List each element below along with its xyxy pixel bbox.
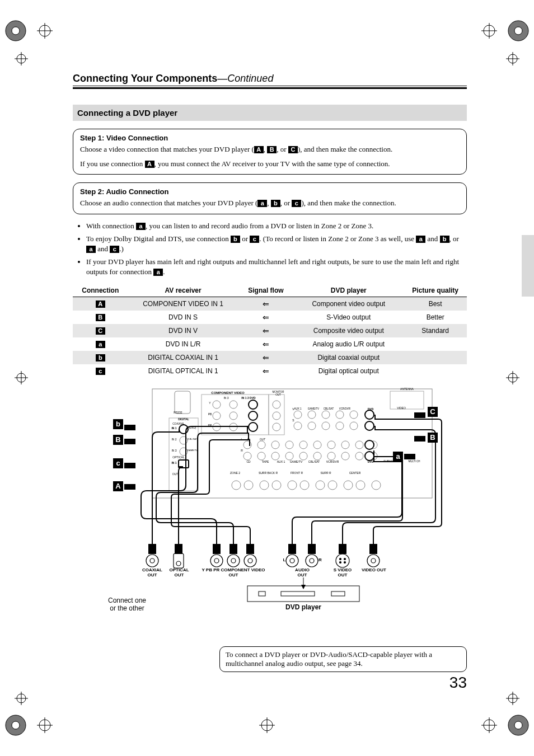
tag-a: a [86,246,96,253]
bullet-1: With connection a, you can listen to and… [86,221,467,231]
row-tag: c [96,368,105,375]
bullet-list: With connection a, you can listen to and… [86,221,467,277]
row-receiver: DIGITAL COAXIAL IN 1 [128,351,238,364]
strip-multich: MULTI CH [403,461,425,463]
text: .) [119,245,124,253]
svg-point-82 [355,441,363,449]
optical-out-label: OPTICAL OUT [167,568,191,578]
svg-point-65 [336,411,344,419]
svg-point-112 [344,481,353,490]
svg-point-48 [273,401,280,408]
svg-point-114 [372,481,381,490]
text: , or [277,145,288,153]
svg-point-120 [214,558,219,563]
arrow-left-icon: ⇐ [238,311,294,324]
audio-out-label: AUDIO OUT [290,568,315,578]
panel-in3: IN 3 [221,397,232,400]
svg-point-78 [299,441,307,449]
svg-point-81 [341,441,349,449]
tag-C: C [288,146,298,153]
svg-point-135 [371,558,376,563]
row-player: Analog audio L/R output [293,337,404,351]
tag-c: c [110,246,119,253]
row-quality: Best [404,297,467,311]
row-receiver: DVD IN V [128,324,238,337]
panel-rs232: RS232 [171,411,185,415]
tag-a: a [136,223,146,230]
svg-rect-141 [288,544,296,554]
table-row: a DVD IN L/R ⇐ Analog audio L/R output [73,337,467,351]
svg-point-68 [294,422,302,430]
audio-l: L [281,558,288,563]
tag-B: B [267,146,277,153]
spk-surrbackr: SURR BACK R [254,472,282,475]
row-tag: C [96,327,105,335]
svg-point-133 [344,562,346,564]
tag-A: A [145,161,154,168]
svg-marker-151 [414,436,425,442]
panel-dvd: (DVD) [188,427,198,430]
strip-tape: TAPE [259,461,272,464]
svg-point-95 [365,421,374,430]
table-row: A COMPONENT VIDEO IN 1 ⇐ Component video… [73,297,467,311]
row-receiver: COMPONENT VIDEO IN 1 [128,297,238,311]
panel-monitor: MONITOR OUT [270,391,287,397]
text: and [425,234,439,243]
svg-point-96 [365,440,374,449]
panel-component-label: COMPONENT VIDEO [203,391,253,395]
text: , you must connect the AV receiver to yo… [154,159,390,168]
arrow-left-icon: ⇐ [238,297,294,311]
tag-c: c [292,200,301,207]
diagram-tag-A: A [113,481,123,491]
svg-point-130 [340,558,341,560]
th-flow: Signal flow [238,284,294,297]
svg-marker-147 [124,463,135,468]
connection-diagram: b B c A C B a COMPONENT VIDEO IN 3 IN 1 … [91,384,449,631]
row-player: S-Video output [293,311,404,324]
row-out1: OUT [259,438,266,442]
arrow-left-icon: ⇐ [238,337,294,351]
panel-pb: PB [206,413,214,416]
step2-title: Step 2: Audio Connection [80,187,460,196]
panel-y: Y [207,402,213,405]
svg-point-122 [231,558,236,563]
svg-point-62 [294,411,302,419]
tag-b: b [271,200,280,207]
svg-point-90 [327,452,335,460]
th-connection: Connection [73,284,128,297]
svg-point-86 [271,452,279,460]
text: Choose an audio connection that matches … [80,199,257,207]
svg-rect-136 [148,544,156,554]
header-suffix: —Continued [217,73,273,84]
text: or [240,234,250,243]
svg-point-52 [273,412,280,420]
tag-A: A [254,146,264,153]
text: . [163,267,165,276]
svg-point-91 [341,452,349,460]
svg-point-116 [150,558,154,563]
component-out-label: Y PB PR COMPONENT VIDEO OUT [197,568,270,578]
row-tag: a [96,341,105,348]
text: If you use connection [80,159,145,168]
section-heading: Connecting a DVD player [73,105,467,121]
text: , you can listen to and record audio fro… [146,222,373,230]
page-number: 33 [449,674,467,692]
svg-point-87 [285,452,293,460]
svg-marker-146 [124,439,135,444]
svg-point-80 [327,441,335,449]
svg-point-89 [313,452,321,460]
text: and [96,245,110,253]
connect-one-label: Connect one or the other [96,597,158,612]
svg-point-132 [340,562,341,564]
step2-text: Choose an audio connection that matches … [80,198,460,208]
text: ), and then make the connection. [301,199,396,207]
svg-point-92 [355,452,363,460]
row-receiver: DIGITAL OPTICAL IN 1 [128,364,238,378]
strip-cd: CD [243,461,254,464]
svg-point-71 [336,422,344,430]
svg-point-66 [350,411,358,419]
tag-a: a [416,236,425,243]
connection-table: Connection AV receiver Signal flow DVD p… [73,284,467,378]
dvd-player-label: DVD player [275,604,331,611]
svg-point-7 [514,721,522,729]
